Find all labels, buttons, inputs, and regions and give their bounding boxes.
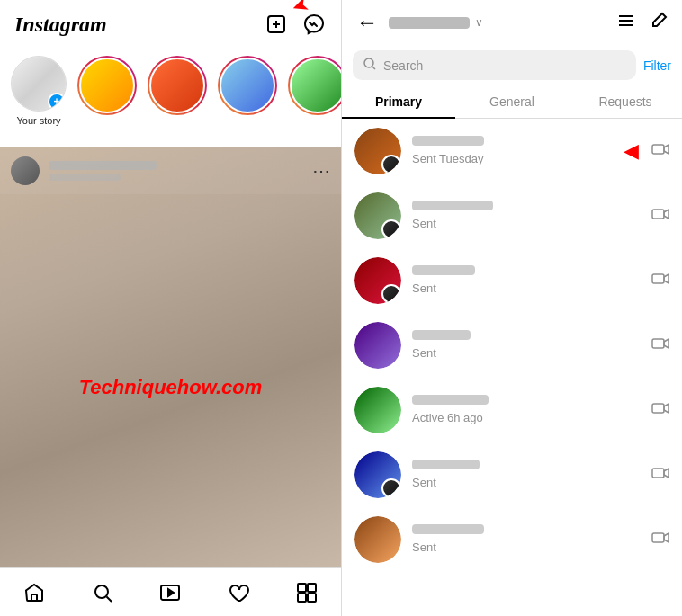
- msg-story-indicator-3: [381, 284, 401, 304]
- bottom-nav: [0, 567, 341, 616]
- tab-general[interactable]: General: [455, 85, 569, 118]
- story-ring-4: [288, 56, 341, 115]
- message-item-1[interactable]: Sent Tuesday: [342, 119, 682, 183]
- tabs-row: Primary General Requests: [342, 85, 682, 119]
- svg-rect-21: [652, 274, 664, 283]
- post-subtext-blur: [49, 174, 121, 181]
- svg-point-15: [364, 58, 373, 67]
- tab-primary[interactable]: Primary: [342, 85, 455, 118]
- msg-avatar-inner-4: [354, 322, 401, 369]
- search-bar[interactable]: Search: [353, 50, 636, 80]
- right-header: ← ∨: [342, 0, 682, 45]
- msg-story-indicator-6: [381, 478, 401, 498]
- story-item-2[interactable]: [148, 56, 207, 119]
- compose-icon[interactable]: [650, 12, 668, 34]
- post-username-blur: [49, 161, 157, 170]
- camera-icon-5[interactable]: [651, 399, 669, 422]
- msg-avatar-6: [354, 451, 401, 498]
- msg-content-6: Sent: [412, 460, 641, 490]
- svg-marker-18: [664, 145, 669, 154]
- story-item-4[interactable]: [288, 56, 341, 119]
- message-item-3[interactable]: Sent: [342, 248, 682, 313]
- svg-marker-30: [664, 533, 669, 542]
- svg-rect-9: [308, 584, 316, 592]
- msg-name-blur-4: [412, 330, 471, 340]
- story-item-1[interactable]: [77, 56, 137, 119]
- message-item-4[interactable]: Sent: [342, 313, 682, 378]
- tab-requests[interactable]: Requests: [569, 85, 682, 118]
- svg-rect-11: [308, 594, 316, 602]
- your-story-item[interactable]: + Your story: [11, 56, 67, 126]
- add-story-badge: +: [48, 93, 66, 111]
- msg-content-4: Sent: [412, 330, 641, 361]
- messages-list: Sent Tuesday ◀ Sent: [342, 119, 682, 616]
- message-item-6[interactable]: Sent: [342, 442, 682, 507]
- msg-status-6: Sent: [412, 476, 436, 489]
- svg-rect-27: [652, 469, 664, 478]
- svg-rect-25: [652, 404, 664, 413]
- nav-search-icon[interactable]: [90, 580, 115, 605]
- svg-rect-23: [652, 339, 664, 348]
- nav-home-icon[interactable]: [22, 580, 47, 605]
- add-icon[interactable]: [264, 12, 289, 37]
- camera-icon-6[interactable]: [651, 464, 669, 487]
- svg-rect-17: [652, 145, 664, 154]
- svg-marker-26: [664, 404, 669, 413]
- nav-like-icon[interactable]: [226, 580, 251, 605]
- message-item-wrapper-1: Sent Tuesday ◀: [342, 119, 682, 183]
- camera-icon-2[interactable]: [651, 205, 669, 228]
- msg-status-5: Active 6h ago: [412, 411, 483, 424]
- story-ring-1: [77, 56, 137, 115]
- story-avatar-1: [79, 58, 135, 113]
- story-avatar-4: [290, 58, 341, 113]
- story-ring-3: [218, 56, 277, 115]
- camera-icon-1[interactable]: [651, 140, 669, 163]
- username-blurred: [389, 17, 470, 29]
- msg-name-blur-2: [412, 201, 493, 210]
- svg-marker-24: [664, 339, 669, 348]
- story-avatar-2: [149, 58, 205, 113]
- svg-rect-3: [31, 594, 37, 601]
- left-panel: Instagram ➤: [0, 0, 342, 616]
- msg-status-7: Sent: [412, 540, 436, 554]
- header-title-area: ∨: [389, 16, 606, 29]
- your-story-circle: +: [11, 56, 67, 112]
- filter-button[interactable]: Filter: [643, 58, 671, 73]
- message-item-2[interactable]: Sent: [342, 183, 682, 248]
- dropdown-chevron-icon[interactable]: ∨: [475, 16, 483, 29]
- back-button[interactable]: ←: [356, 10, 378, 35]
- msg-avatar-4: [354, 322, 401, 369]
- message-item-7[interactable]: Sent: [342, 507, 682, 572]
- svg-rect-19: [652, 210, 664, 219]
- msg-name-blur-5: [412, 395, 489, 405]
- msg-content-1: Sent Tuesday: [412, 136, 641, 166]
- watermark-text: Techniquehow.com: [79, 376, 263, 399]
- right-header-actions: [617, 12, 668, 34]
- your-story-label: Your story: [16, 115, 60, 126]
- msg-content-2: Sent: [412, 201, 641, 231]
- message-item-5[interactable]: Active 6h ago: [342, 378, 682, 442]
- svg-marker-20: [664, 210, 669, 219]
- post-more-button[interactable]: ⋯: [312, 160, 330, 182]
- svg-marker-7: [168, 589, 174, 596]
- story-ring-2: [148, 56, 207, 115]
- svg-rect-8: [298, 584, 306, 592]
- camera-icon-7[interactable]: [651, 529, 669, 551]
- msg-name-blur-6: [412, 460, 480, 469]
- svg-rect-29: [652, 533, 664, 542]
- story-avatar-3: [220, 58, 275, 113]
- nav-profile-icon[interactable]: [294, 580, 319, 605]
- svg-marker-28: [664, 469, 669, 478]
- camera-icon-4[interactable]: [651, 335, 669, 357]
- msg-avatar-inner-5: [354, 387, 401, 433]
- story-item-3[interactable]: [218, 56, 277, 119]
- svg-line-16: [372, 67, 375, 69]
- nav-reels-icon[interactable]: [157, 580, 183, 605]
- header-icons: ➤: [264, 12, 327, 37]
- msg-status-3: Sent: [412, 281, 436, 295]
- msg-name-blur-7: [412, 524, 484, 534]
- msg-avatar-inner-7: [354, 516, 401, 563]
- camera-icon-3[interactable]: [651, 270, 669, 292]
- search-icon: [363, 58, 376, 73]
- menu-lines-icon[interactable]: [617, 12, 635, 34]
